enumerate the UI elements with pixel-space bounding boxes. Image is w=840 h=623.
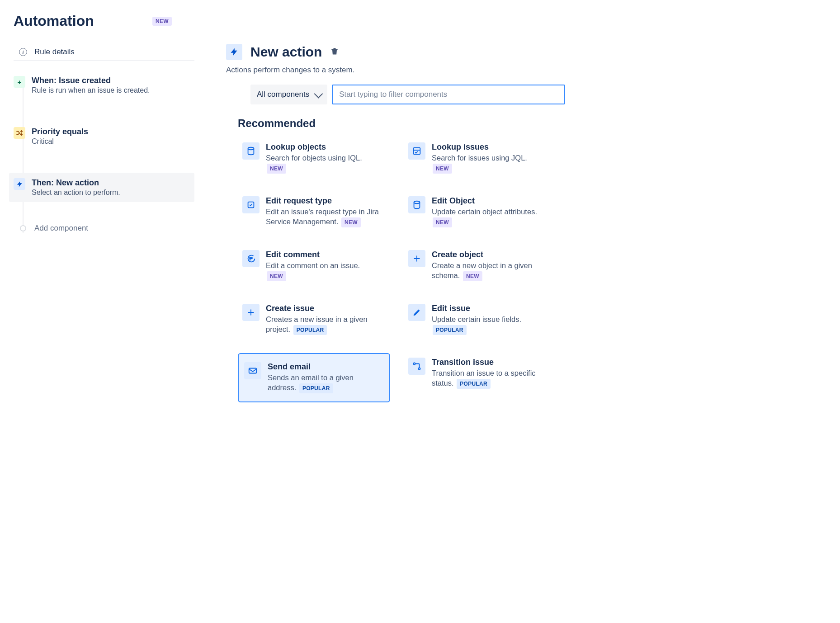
action-description: Edit a comment on an issue.NEW [266, 260, 360, 281]
action-icon [408, 196, 425, 213]
action-description: Update certain issue fields.POPULAR [432, 314, 521, 335]
delete-action-button[interactable] [330, 47, 339, 57]
plus-icon: + [14, 76, 25, 88]
action-card[interactable]: Create issue Creates a new issue in a gi… [238, 299, 390, 340]
action-card[interactable]: Lookup issues Search for issues using JQ… [404, 138, 556, 178]
component-search-input[interactable] [332, 85, 565, 104]
status-badge: POPULAR [299, 383, 333, 393]
step-subtitle: Select an action to perform. [32, 189, 120, 197]
action-title: Edit comment [266, 250, 360, 260]
action-title: Create object [432, 250, 552, 260]
status-badge: NEW [267, 271, 286, 281]
rule-step-when[interactable]: + When: Issue created Rule is run when a… [14, 71, 194, 100]
action-icon [408, 304, 425, 321]
action-card[interactable]: Edit issue Update certain issue fields.P… [404, 299, 556, 340]
action-title: Create issue [266, 304, 386, 313]
recommended-heading: Recommended [238, 117, 565, 130]
action-icon [242, 304, 260, 321]
step-subtitle: Rule is run when an issue is created. [32, 86, 150, 94]
status-badge: NEW [341, 217, 361, 227]
action-card[interactable]: Transition issue Transition an issue to … [404, 353, 556, 402]
rule-details-link[interactable]: i Rule details [14, 44, 194, 61]
action-title: Edit issue [432, 304, 521, 313]
action-icon [242, 142, 260, 160]
action-title: Lookup issues [432, 142, 527, 152]
panel-subtitle: Actions perform changes to a system. [226, 66, 565, 75]
rule-step-action[interactable]: Then: New action Select an action to per… [9, 173, 194, 202]
bolt-icon [226, 44, 242, 60]
status-badge: POPULAR [457, 379, 491, 389]
status-badge: NEW [463, 271, 482, 281]
panel-title: New action [250, 44, 322, 60]
action-icon [408, 358, 425, 375]
info-icon: i [19, 48, 27, 56]
action-title: Edit Object [432, 196, 552, 206]
status-badge: NEW [433, 217, 452, 227]
action-description: Create a new object in a given schema. N… [432, 260, 552, 281]
shuffle-icon [14, 127, 25, 139]
action-description: Edit an issue's request type in Jira Ser… [266, 207, 386, 227]
add-component-label: Add component [34, 224, 88, 233]
step-title: When: Issue created [32, 76, 150, 85]
action-icon [242, 250, 260, 267]
action-icon [408, 250, 425, 267]
bolt-icon [14, 178, 25, 190]
status-badge: POPULAR [293, 325, 327, 335]
component-filter-dropdown[interactable]: All components [250, 85, 327, 104]
step-title: Priority equals [32, 127, 88, 137]
action-description: Creates a new issue in a given project. … [266, 314, 386, 335]
action-description: Sends an email to a given address. POPUL… [268, 373, 384, 393]
action-card[interactable]: Create object Create a new object in a g… [404, 245, 556, 286]
action-description: Transition an issue to a specific status… [432, 368, 552, 389]
action-description: Search for objects using IQL.NEW [266, 153, 362, 174]
step-title: Then: New action [32, 178, 120, 188]
action-title: Transition issue [432, 358, 552, 367]
status-badge: NEW [433, 164, 452, 174]
action-icon [244, 362, 261, 379]
status-badge: POPULAR [433, 325, 467, 335]
dropdown-label: All components [257, 90, 309, 99]
rule-details-label: Rule details [34, 47, 75, 57]
action-icon [242, 196, 260, 213]
step-subtitle: Critical [32, 137, 88, 146]
add-component-button[interactable]: Add component [14, 224, 194, 233]
action-card[interactable]: Lookup objects Search for objects using … [238, 138, 390, 178]
chevron-down-icon [314, 90, 323, 99]
action-title: Edit request type [266, 196, 386, 206]
status-badge: NEW [267, 164, 286, 174]
action-card[interactable]: Edit Object Update certain object attrib… [404, 192, 556, 232]
action-title: Send email [268, 362, 384, 372]
action-card[interactable]: Send email Sends an email to a given add… [238, 353, 390, 402]
rule-step-condition[interactable]: Priority equals Critical [14, 122, 194, 151]
action-card[interactable]: Edit comment Edit a comment on an issue.… [238, 245, 390, 286]
action-panel: New action Actions perform changes to a … [226, 44, 565, 402]
action-description: Update certain object attributes. NEW [432, 207, 552, 227]
action-title: Lookup objects [266, 142, 362, 152]
action-description: Search for issues using JQL.NEW [432, 153, 527, 174]
page-title: Automation [14, 13, 94, 29]
circle-icon [20, 225, 26, 231]
action-card[interactable]: Edit request type Edit an issue's reques… [238, 192, 390, 232]
new-badge: NEW [152, 17, 172, 26]
action-icon [408, 142, 425, 160]
rule-sidebar: i Rule details + When: Issue created Rul… [14, 44, 194, 402]
